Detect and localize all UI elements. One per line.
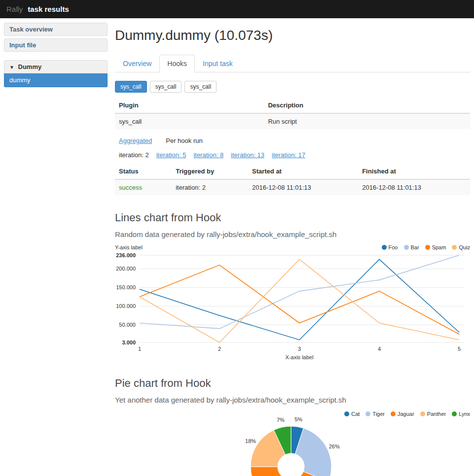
line-chart-subtitle: Random data generated by rally-jobs/extr…	[115, 230, 470, 238]
plugin-table-header-row: Plugin Description	[115, 98, 470, 113]
legend-item-lynx[interactable]: Lynx	[452, 411, 470, 417]
sidebar-group: ▼ Dummy dummy	[4, 60, 108, 87]
iteration-link-5[interactable]: iteration: 5	[156, 151, 186, 159]
y-tick-label: 50.000	[119, 322, 136, 328]
plugin-cell: sys_call	[115, 113, 264, 129]
line-chart-header: Y-axis label Foo Bar Spam	[115, 244, 470, 250]
runs-header-started-at: Started at	[248, 164, 358, 179]
x-tick-label: 3	[298, 346, 301, 352]
series-color-dot	[404, 245, 409, 250]
series-color-dot	[365, 411, 370, 416]
legend-item-spam[interactable]: Spam	[425, 244, 446, 250]
legend-item-cat[interactable]: Cat	[344, 411, 360, 417]
x-tick-label: 2	[218, 346, 221, 352]
pie-percent-label: 18%	[245, 438, 256, 444]
hook-button-sys-call-3[interactable]: sys_call	[184, 81, 217, 93]
pie-percent-label: 26%	[329, 443, 340, 449]
legend-label: Tiger	[372, 411, 385, 417]
series-line-bar[interactable]	[140, 255, 459, 329]
pie-chart[interactable]: 5%26%44%18%7%	[115, 417, 466, 476]
sidebar-item-task-overview[interactable]: Task overview	[4, 23, 108, 36]
series-color-dot	[382, 245, 387, 250]
legend-label: Cat	[351, 411, 360, 417]
x-tick-label: 5	[458, 346, 461, 352]
table-row: success iteration: 2 2016-12-08 11:01:13…	[115, 179, 470, 195]
main-content: Dummy.dummy (10.073s) Overview Hooks Inp…	[115, 23, 470, 476]
pie-chart-legend: Cat Tiger Jaguar Panther Lynx	[115, 411, 470, 417]
line-chart[interactable]: 3.00050.000100.000150.000200.000236.0001…	[115, 250, 466, 361]
tabs: Overview Hooks Input task	[115, 55, 470, 72]
tab-overview[interactable]: Overview	[115, 55, 159, 72]
hook-button-sys-call-2[interactable]: sys_call	[150, 81, 182, 93]
navbar: Rally task results	[0, 0, 474, 18]
caret-down-icon: ▼	[9, 65, 14, 70]
series-color-dot	[452, 245, 457, 250]
x-tick-label: 4	[378, 346, 381, 352]
series-color-dot	[391, 411, 396, 416]
per-hook-run-label: Per hook run	[166, 137, 202, 144]
runs-table: Status Triggered by Started at Finished …	[115, 164, 470, 195]
y-tick-label: 3.000	[122, 340, 136, 345]
pie-chart-subtitle: Yet another data generated by rally-jobs…	[115, 396, 470, 404]
line-chart-section: Lines chart from Hook Random data genera…	[115, 211, 470, 361]
view-mode-row: Aggregated Per hook run	[115, 129, 470, 144]
series-color-dot	[452, 411, 457, 416]
pie-percent-label: 5%	[294, 417, 302, 422]
legend-item-foo[interactable]: Foo	[382, 244, 398, 250]
runs-header-status: Status	[115, 164, 172, 179]
legend-item-bar[interactable]: Bar	[404, 244, 419, 250]
legend-item-panther[interactable]: Panther	[420, 411, 446, 417]
pie-percent-label: 7%	[277, 417, 285, 423]
plugin-table-header-description: Description	[264, 98, 470, 113]
brand-link[interactable]: Rally	[6, 5, 23, 13]
legend-label: Lynx	[459, 411, 470, 417]
line-chart-title: Lines chart from Hook	[115, 211, 470, 224]
iteration-link-13[interactable]: iteration: 13	[231, 151, 264, 159]
y-tick-label: 236.000	[116, 252, 136, 258]
aggregated-link[interactable]: Aggregated	[119, 137, 152, 144]
iteration-link-17[interactable]: iteration: 17	[272, 151, 305, 159]
sidebar-group-dummy[interactable]: ▼ Dummy	[4, 60, 108, 73]
legend-label: Quiz	[459, 244, 470, 250]
triggered-by-cell: iteration: 2	[172, 179, 248, 195]
pie-chart-section: Pie chart from Hook Yet another data gen…	[115, 377, 470, 476]
series-line-foo[interactable]	[140, 259, 459, 340]
legend-label: Bar	[411, 244, 419, 250]
legend-label: Jaguar	[398, 411, 414, 417]
y-axis-label: Y-axis label	[115, 244, 143, 250]
sidebar: Task overview Input file ▼ Dummy dummy	[4, 23, 108, 476]
y-tick-label: 100.000	[116, 303, 136, 309]
hook-buttons: sys_call sys_call sys_call	[115, 81, 470, 93]
legend-item-quiz[interactable]: Quiz	[452, 244, 470, 250]
legend-label: Panther	[427, 411, 446, 417]
sidebar-item-input-file[interactable]: Input file	[4, 38, 108, 52]
status-badge: success	[115, 179, 172, 195]
x-tick-label: 1	[138, 346, 141, 352]
hook-button-sys-call-1[interactable]: sys_call	[115, 81, 147, 93]
sidebar-item-dummy[interactable]: dummy	[4, 73, 108, 87]
legend-item-jaguar[interactable]: Jaguar	[391, 411, 414, 417]
legend-label: Foo	[389, 244, 398, 250]
y-tick-label: 200.000	[116, 266, 136, 272]
series-color-dot	[420, 411, 425, 416]
plugin-table: Plugin Description sys_call Run script	[115, 98, 470, 129]
series-color-dot	[425, 245, 430, 250]
iteration-link-8[interactable]: iteration: 8	[193, 151, 223, 159]
legend-label: Spam	[432, 244, 446, 250]
y-tick-label: 150.000	[116, 284, 136, 290]
iteration-current: iteration: 2	[119, 151, 149, 159]
table-row: sys_call Run script	[115, 113, 470, 129]
sidebar-group-label: Dummy	[18, 63, 42, 70]
tab-input-task[interactable]: Input task	[195, 55, 241, 72]
runs-header-finished-at: Finished at	[358, 164, 470, 179]
plugin-table-header-plugin: Plugin	[115, 98, 264, 113]
series-line-quiz[interactable]	[140, 259, 459, 342]
tab-hooks[interactable]: Hooks	[159, 55, 195, 72]
finished-at-cell: 2016-12-08 11:01:13	[358, 179, 470, 195]
page-title: Dummy.dummy (10.073s)	[115, 28, 470, 43]
started-at-cell: 2016-12-08 11:01:13	[248, 179, 358, 195]
legend-item-tiger[interactable]: Tiger	[365, 411, 385, 417]
line-chart-legend: Foo Bar Spam Quiz	[382, 244, 470, 250]
iteration-row: iteration: 2 iteration: 5 iteration: 8 i…	[115, 144, 470, 160]
page-layout: Task overview Input file ▼ Dummy dummy D…	[0, 18, 474, 476]
